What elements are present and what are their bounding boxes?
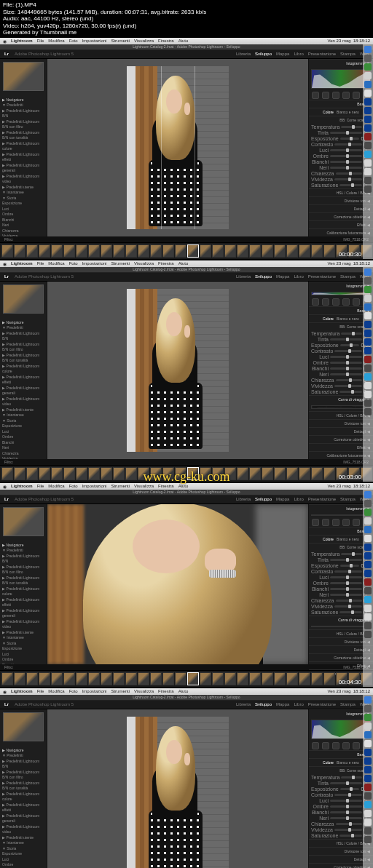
slider-ombre[interactable]: Ombre 0	[311, 581, 371, 586]
navigator-header[interactable]: ▶ Navigatore	[2, 320, 44, 326]
dock-app-icon[interactable]	[364, 295, 372, 302]
slider-track[interactable]	[340, 344, 360, 346]
module-tab-libro[interactable]: Libro	[294, 274, 303, 279]
filmstrip-thumb[interactable]	[63, 467, 75, 480]
filmstrip-thumb[interactable]	[150, 672, 162, 685]
dock-app-icon[interactable]	[364, 338, 372, 346]
filmstrip-thumb[interactable]	[262, 672, 273, 685]
preset-item[interactable]: Ombre	[2, 434, 44, 440]
image-canvas[interactable]	[47, 504, 308, 664]
redeye-tool-icon[interactable]	[332, 519, 339, 526]
preset-item[interactable]: Ombre	[2, 862, 44, 868]
preset-item[interactable]: ▼ Predefiniti	[2, 103, 44, 108]
slider-track[interactable]	[330, 155, 362, 157]
preset-item[interactable]: ▼ Istantanee	[2, 413, 44, 418]
dock-app-icon[interactable]	[364, 552, 372, 560]
slider-track[interactable]	[334, 829, 362, 831]
menu-aiuto[interactable]: Aiuto	[178, 261, 189, 266]
slider-ombre[interactable]: Ombre 0	[311, 804, 371, 809]
slider-saturazione[interactable]: Saturazione 0	[311, 833, 371, 838]
filmstrip-thumb[interactable]	[286, 244, 298, 258]
filmstrip-thumb[interactable]	[113, 672, 125, 685]
filmstrip-thumb[interactable]	[125, 244, 137, 258]
module-tab-mappa[interactable]: Mappa	[276, 497, 289, 501]
radial-tool-icon[interactable]	[353, 298, 360, 306]
filmstrip-thumb[interactable]	[274, 672, 286, 685]
dock-app-icon[interactable]	[364, 116, 372, 123]
preset-item[interactable]: ▼ Storia	[2, 196, 44, 202]
filmstrip-thumb[interactable]	[63, 672, 75, 685]
dock-app-icon[interactable]	[364, 526, 372, 533]
slider-track[interactable]	[330, 594, 362, 596]
slider-track[interactable]	[339, 835, 362, 837]
slider-track[interactable]	[341, 776, 362, 779]
menu-strumenti[interactable]: Strumenti	[111, 261, 130, 266]
slider-chiarezza[interactable]: Chiarezza 0	[311, 171, 371, 176]
dock-app-icon[interactable]	[364, 89, 372, 97]
spot-tool-icon[interactable]	[322, 298, 329, 306]
navigator-thumbnail[interactable]	[3, 284, 44, 314]
slider-bianchi[interactable]: Bianchi 0	[311, 586, 371, 592]
filmstrip-thumb[interactable]	[286, 467, 298, 480]
preset-item[interactable]: ▶ Predefiniti Lightroom B/N con tonalità	[2, 130, 44, 141]
menu-finestra[interactable]: Finestra	[158, 261, 174, 266]
filmstrip-thumb[interactable]	[113, 467, 125, 480]
histogram[interactable]	[311, 514, 371, 516]
module-tab-presentazione[interactable]: Presentazione	[308, 274, 336, 279]
filmstrip-thumb[interactable]	[113, 244, 125, 258]
filmstrip-thumb[interactable]	[262, 244, 273, 258]
slider-neri[interactable]: Neri 0	[311, 165, 371, 170]
menu-file[interactable]: File	[37, 689, 44, 693]
slider-esposizione[interactable]: Esposizione 0,00	[311, 136, 371, 141]
filmstrip-thumb[interactable]	[26, 244, 38, 258]
dock-app-icon[interactable]	[364, 631, 372, 638]
tone-curve[interactable]	[311, 626, 371, 627]
navigator-header[interactable]: ▶ Navigatore	[2, 543, 44, 549]
slider-track[interactable]	[330, 800, 362, 802]
filmstrip-thumb[interactable]	[200, 244, 211, 258]
filmstrip-thumb[interactable]	[311, 672, 323, 685]
image-canvas[interactable]	[47, 282, 308, 459]
dock-app-icon[interactable]	[364, 124, 372, 132]
module-tab-libro[interactable]: Libro	[294, 702, 303, 706]
filmstrip-thumb[interactable]	[138, 672, 149, 685]
filmstrip-thumb[interactable]	[212, 244, 224, 258]
dock-app-icon[interactable]	[364, 749, 372, 756]
filmstrip-thumb[interactable]	[1, 672, 13, 685]
dock-app-icon[interactable]	[364, 186, 372, 193]
dock-app-icon[interactable]	[364, 55, 372, 62]
filmstrip-thumb[interactable]	[249, 244, 261, 258]
preset-item[interactable]: ▶ Predefiniti Lightroom video	[2, 174, 44, 185]
redeye-tool-icon[interactable]	[332, 92, 339, 99]
slider-esposizione[interactable]: Esposizione 0,00	[311, 787, 371, 792]
filmstrip-thumb[interactable]	[323, 244, 335, 258]
dock-app-icon[interactable]	[364, 72, 372, 79]
filmstrip-thumb[interactable]	[39, 467, 50, 480]
filmstrip[interactable]	[0, 670, 373, 687]
slider-track[interactable]	[341, 333, 362, 335]
filmstrip-thumb[interactable]	[212, 672, 224, 685]
dock-app-icon[interactable]	[364, 757, 372, 765]
slider-temperatura[interactable]: Temperatura 0	[311, 124, 371, 130]
module-tab-sviluppo[interactable]: Sviluppo	[255, 274, 272, 279]
dock-app-icon[interactable]	[364, 784, 372, 791]
preset-item[interactable]: ▶ Predefiniti Lightroom effetti	[2, 803, 44, 813]
tone-curve[interactable]	[311, 405, 371, 409]
slider-track[interactable]	[330, 817, 362, 819]
filmstrip-thumb[interactable]	[187, 244, 199, 258]
slider-track[interactable]	[330, 161, 362, 163]
dock-app-icon[interactable]	[364, 827, 372, 835]
dock-app-icon[interactable]	[364, 500, 372, 507]
preset-item[interactable]: Vividezza	[2, 234, 44, 236]
preset-item[interactable]: ▶ Predefiniti Lightroom generali	[2, 163, 44, 174]
slider-luci[interactable]: Luci 0	[311, 798, 371, 803]
dock-app-icon[interactable]	[364, 819, 372, 826]
dock-app-icon[interactable]	[364, 391, 372, 398]
filmstrip-thumb[interactable]	[101, 672, 112, 685]
filmstrip-thumb[interactable]	[88, 244, 100, 258]
preset-item[interactable]: ▶ Predefiniti Lightroom B/N con filtro	[2, 770, 44, 781]
slider-track[interactable]	[330, 362, 362, 364]
navigator-header[interactable]: ▶ Navigatore	[2, 97, 44, 103]
preset-item[interactable]: ▶ Predefiniti Lightroom B/N con filtro	[2, 342, 44, 353]
module-tab-presentazione[interactable]: Presentazione	[308, 52, 336, 56]
